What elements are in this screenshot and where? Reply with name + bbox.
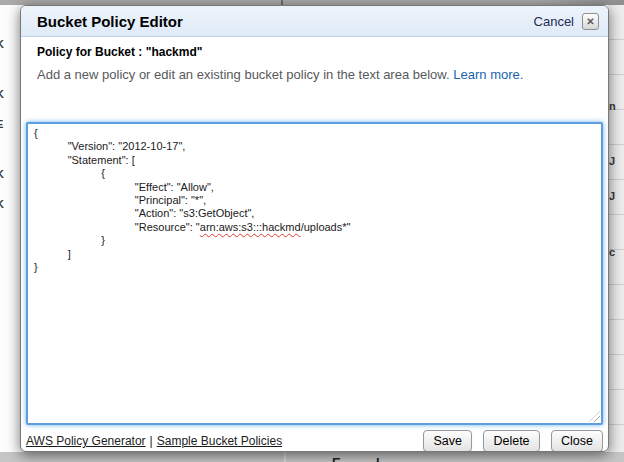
background-divider	[284, 452, 286, 462]
save-button[interactable]: Save	[423, 430, 472, 452]
policy-textarea[interactable]: { "Version": "2012-10-17", "Statement": …	[26, 122, 603, 425]
bg-text-fragment: K	[0, 198, 4, 210]
aws-policy-generator-link[interactable]: AWS Policy Generator	[26, 434, 146, 448]
bg-text-fragment: n	[609, 100, 616, 112]
bg-text-fragment: c	[609, 246, 615, 258]
bg-text-fragment: K	[0, 88, 4, 100]
link-separator: |	[150, 434, 153, 448]
page-background: KKEKK nJJc El Bucket Policy Editor Cance…	[0, 0, 624, 462]
cancel-link[interactable]: Cancel	[534, 14, 574, 29]
delete-button[interactable]: Delete	[483, 430, 539, 452]
close-button[interactable]: Close	[551, 430, 603, 452]
footer-links: AWS Policy Generator|Sample Bucket Polic…	[26, 434, 282, 448]
background-bottom-strip: El	[0, 452, 624, 462]
resize-handle-icon[interactable]	[589, 411, 600, 422]
dialog-title: Bucket Policy Editor	[37, 13, 534, 30]
dialog-body: Policy for Bucket : "hackmd" Add a new p…	[21, 45, 608, 452]
bg-text-fragment: E	[332, 455, 341, 462]
policy-for-bucket-heading: Policy for Bucket : "hackmd"	[37, 45, 592, 59]
bg-text-fragment: K	[0, 38, 4, 50]
bucket-policy-editor-dialog: Bucket Policy Editor Cancel ✕ Policy for…	[20, 5, 609, 452]
background-left-strip: KKEKK	[0, 5, 20, 452]
background-right-strip: nJJc	[608, 5, 624, 452]
dialog-footer: AWS Policy Generator|Sample Bucket Polic…	[26, 430, 603, 452]
bg-text-fragment: J	[609, 155, 615, 167]
bg-text-fragment: E	[0, 118, 3, 130]
bg-text-fragment: K	[0, 168, 4, 180]
policy-text: { "Version": "2012-10-17", "Statement": …	[34, 127, 595, 274]
bg-text-fragment: l	[376, 455, 380, 462]
description-text: Add a new policy or edit an existing buc…	[37, 67, 592, 82]
sample-bucket-policies-link[interactable]: Sample Bucket Policies	[157, 434, 282, 448]
dialog-titlebar: Bucket Policy Editor Cancel ✕	[21, 6, 608, 37]
bg-text-fragment: J	[609, 190, 615, 202]
description-label: Add a new policy or edit an existing buc…	[37, 67, 450, 82]
close-icon[interactable]: ✕	[582, 13, 599, 30]
footer-buttons: Save Delete Close	[416, 430, 603, 452]
learn-more-link[interactable]: Learn more.	[453, 67, 523, 82]
